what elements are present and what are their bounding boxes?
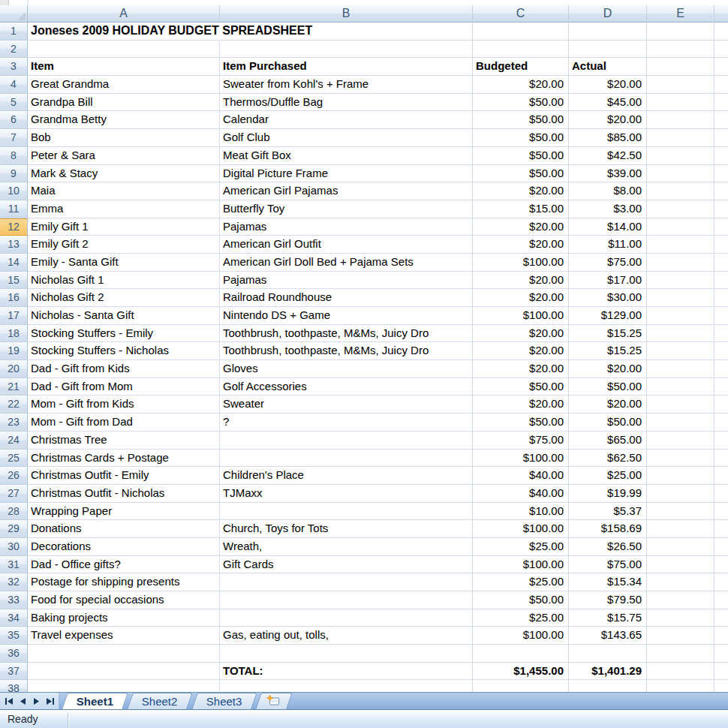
- cell-C4[interactable]: $20.00: [473, 76, 569, 94]
- cell-A38[interactable]: [28, 680, 220, 692]
- cell-D38[interactable]: [569, 680, 647, 692]
- cell-E37[interactable]: [647, 663, 714, 681]
- cell-D8[interactable]: $42.50: [569, 147, 647, 165]
- cell-C38[interactable]: [473, 680, 569, 692]
- cell-D13[interactable]: $11.00: [569, 236, 647, 254]
- cell-A23[interactable]: Mom - Gift from Dad: [28, 414, 220, 432]
- cell-D11[interactable]: $3.00: [569, 200, 647, 218]
- row-header-14[interactable]: 14: [0, 254, 28, 272]
- cell-A14[interactable]: Emily - Santa Gift: [28, 254, 220, 272]
- cell-A30[interactable]: Decorations: [28, 538, 220, 556]
- cell-B26[interactable]: Children's Place: [220, 467, 473, 485]
- sheet-tab-sheet3[interactable]: Sheet3: [191, 693, 257, 709]
- row-header-35[interactable]: 35: [0, 627, 28, 645]
- cell-E24[interactable]: [647, 432, 714, 450]
- row-header-36[interactable]: 36: [0, 645, 28, 663]
- cell-E9[interactable]: [647, 165, 714, 183]
- cell-E38[interactable]: [647, 680, 714, 692]
- cell-A32[interactable]: Postage for shipping presents: [28, 573, 220, 591]
- cell-A20[interactable]: Dad - Gift from Kids: [28, 360, 220, 378]
- row-header-5[interactable]: 5: [0, 94, 28, 112]
- cell-B30[interactable]: Wreath,: [220, 538, 473, 556]
- row-header-6[interactable]: 6: [0, 111, 28, 129]
- cell-B11[interactable]: Butterfly Toy: [220, 200, 473, 218]
- cell-D26[interactable]: $25.00: [569, 467, 647, 485]
- row-header-26[interactable]: 26: [0, 467, 28, 485]
- cell-D16[interactable]: $30.00: [569, 289, 647, 307]
- row-header-12[interactable]: 12: [0, 218, 28, 236]
- select-all-corner[interactable]: [0, 5, 28, 23]
- cell-B35[interactable]: Gas, eating out, tolls,: [220, 627, 473, 645]
- insert-worksheet-tab[interactable]: [256, 693, 293, 709]
- cell-A15[interactable]: Nicholas Gift 1: [28, 272, 220, 290]
- cell-B20[interactable]: Gloves: [220, 360, 473, 378]
- cell-C18[interactable]: $20.00: [473, 325, 569, 343]
- cell-D24[interactable]: $65.00: [569, 432, 647, 450]
- cell-B6[interactable]: Calendar: [220, 111, 473, 129]
- row-header-38[interactable]: 38: [0, 680, 28, 692]
- cell-E15[interactable]: [647, 272, 714, 290]
- cell-E19[interactable]: [647, 342, 714, 360]
- cell-B31[interactable]: Gift Cards: [220, 556, 473, 574]
- cell-C1[interactable]: [473, 23, 569, 41]
- cell-D28[interactable]: $5.37: [569, 503, 647, 521]
- cell-A35[interactable]: Travel expenses: [28, 627, 220, 645]
- cell-A11[interactable]: Emma: [28, 200, 220, 218]
- cell-E17[interactable]: [647, 307, 714, 325]
- cell-A17[interactable]: Nicholas - Santa Gift: [28, 307, 220, 325]
- row-header-31[interactable]: 31: [0, 556, 28, 574]
- cell-C35[interactable]: $100.00: [473, 627, 569, 645]
- row-header-21[interactable]: 21: [0, 378, 28, 396]
- row-header-22[interactable]: 22: [0, 396, 28, 414]
- cell-D35[interactable]: $143.65: [569, 627, 647, 645]
- cell-C17[interactable]: $100.00: [473, 307, 569, 325]
- cell-C7[interactable]: $50.00: [473, 129, 569, 147]
- cell-C16[interactable]: $20.00: [473, 289, 569, 307]
- cell-B5[interactable]: Thermos/Duffle Bag: [220, 94, 473, 112]
- cell-B7[interactable]: Golf Club: [220, 129, 473, 147]
- row-header-3[interactable]: 3: [0, 58, 28, 76]
- first-sheet-icon[interactable]: [2, 694, 16, 708]
- row-header-9[interactable]: 9: [0, 165, 28, 183]
- row-header-34[interactable]: 34: [0, 609, 28, 627]
- cell-E4[interactable]: [647, 76, 714, 94]
- cell-A37[interactable]: [28, 663, 220, 681]
- cell-D36[interactable]: [569, 645, 647, 663]
- row-header-11[interactable]: 11: [0, 200, 28, 218]
- cell-B17[interactable]: Nintendo DS + Game: [220, 307, 473, 325]
- cell-E16[interactable]: [647, 289, 714, 307]
- cell-D7[interactable]: $85.00: [569, 129, 647, 147]
- cell-E30[interactable]: [647, 538, 714, 556]
- cell-C10[interactable]: $20.00: [473, 182, 569, 200]
- cell-A8[interactable]: Peter & Sara: [28, 147, 220, 165]
- cell-D19[interactable]: $15.25: [569, 342, 647, 360]
- cell-C5[interactable]: $50.00: [473, 94, 569, 112]
- cell-E3[interactable]: [647, 58, 714, 76]
- cell-C19[interactable]: $20.00: [473, 342, 569, 360]
- cell-D6[interactable]: $20.00: [569, 111, 647, 129]
- cell-C22[interactable]: $20.00: [473, 396, 569, 414]
- cell-A33[interactable]: Food for special occasions: [28, 591, 220, 609]
- cell-A2[interactable]: [28, 41, 220, 59]
- cell-A31[interactable]: Dad - Office gifts?: [28, 556, 220, 574]
- cell-E28[interactable]: [647, 503, 714, 521]
- row-header-8[interactable]: 8: [0, 147, 28, 165]
- cell-B13[interactable]: American Girl Outfit: [220, 236, 473, 254]
- cell-C27[interactable]: $40.00: [473, 485, 569, 503]
- cell-C9[interactable]: $50.00: [473, 165, 569, 183]
- cell-D10[interactable]: $8.00: [569, 182, 647, 200]
- cell-A36[interactable]: [28, 645, 220, 663]
- cell-A24[interactable]: Christmas Tree: [28, 432, 220, 450]
- row-header-37[interactable]: 37: [0, 663, 28, 681]
- column-header-A[interactable]: A: [28, 5, 220, 23]
- cell-A16[interactable]: Nicholas Gift 2: [28, 289, 220, 307]
- cell-B37[interactable]: TOTAL:: [220, 663, 473, 681]
- row-header-24[interactable]: 24: [0, 432, 28, 450]
- row-header-2[interactable]: 2: [0, 41, 28, 59]
- cell-B14[interactable]: American Girl Doll Bed + Pajama Sets: [220, 254, 473, 272]
- cell-E12[interactable]: [647, 218, 714, 236]
- cell-A29[interactable]: Donations: [28, 520, 220, 538]
- cell-D2[interactable]: [569, 41, 647, 59]
- cell-C14[interactable]: $100.00: [473, 254, 569, 272]
- cell-D15[interactable]: $17.00: [569, 272, 647, 290]
